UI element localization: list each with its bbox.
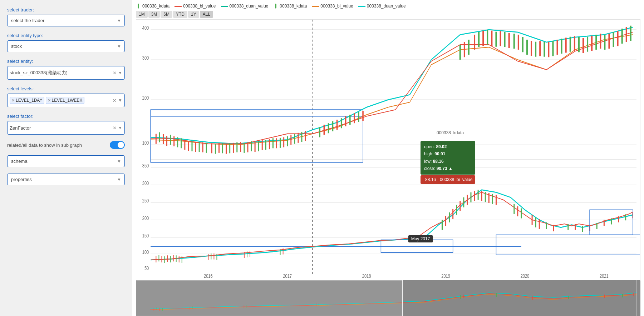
entity-type-select-wrapper: stock ▼: [7, 40, 125, 52]
entity-value: stock_sz_000338(潍柴动力): [10, 70, 68, 76]
legend-item-4: 000338_bi_value: [312, 4, 353, 9]
svg-text:100: 100: [142, 249, 149, 255]
svg-text:150: 150: [142, 232, 149, 239]
time-btn-1y[interactable]: 1Y: [188, 11, 199, 18]
legend-line-1: [174, 6, 182, 7]
svg-text:2019: 2019: [441, 273, 450, 279]
legend-item-0: 000338_kdata: [136, 4, 169, 9]
svg-rect-207: [136, 280, 403, 316]
legend-item-5: 000338_duan_value: [358, 4, 406, 9]
level-tag-1: ✕ LEVEL_1WEEK: [46, 97, 84, 104]
time-btn-6m[interactable]: 6M: [161, 11, 172, 18]
ohlc-values: open: 89.02 high: 90.91 low: 88.16 close…: [421, 141, 475, 175]
bi-value-badge: 88.16: [423, 177, 438, 182]
legend-label-1: 000338_bi_value: [183, 4, 216, 9]
time-btn-all[interactable]: ALL: [200, 11, 213, 18]
time-btn-1m[interactable]: 1M: [136, 11, 148, 18]
trader-select[interactable]: select the trader: [7, 15, 125, 26]
entity-arrow: ▼: [118, 70, 122, 75]
legend-line-4: [312, 6, 319, 7]
levels-select-box[interactable]: ✕ LEVEL_1DAY ✕ LEVEL_1WEEK ✕ ▼: [7, 94, 125, 107]
properties-select[interactable]: properties: [7, 174, 125, 185]
minimap[interactable]: [136, 280, 640, 316]
subgraph-label: related/all data to show in sub graph: [7, 142, 82, 148]
trader-select-wrapper: select the trader ▼: [7, 15, 125, 26]
legend-candle-0: [136, 4, 141, 9]
legend-line-5: [358, 6, 365, 7]
legend-label-5: 000338_duan_value: [367, 4, 406, 9]
subgraph-row: related/all data to show in sub graph: [7, 141, 125, 149]
entity-clear-icon[interactable]: ✕: [113, 70, 117, 76]
legend-item-1: 000338_bi_value: [174, 4, 216, 9]
svg-text:400: 400: [142, 25, 149, 31]
time-buttons: 1M 3M 6M YTD 1Y ALL: [136, 11, 640, 18]
levels-arrow: ▼: [118, 98, 122, 103]
svg-rect-185: [496, 235, 640, 255]
legend-candle-3: [273, 4, 278, 9]
entity-select-box[interactable]: stock_sz_000338(潍柴动力) ✕ ▼: [7, 66, 125, 80]
legend-label-3: 000338_kdata: [280, 4, 307, 9]
factor-select-box[interactable]: ZenFactor ✕ ▼: [7, 121, 125, 135]
factor-clear-icon[interactable]: ✕: [113, 125, 117, 131]
svg-text:2017: 2017: [283, 273, 292, 279]
entity-label: select entity:: [7, 59, 125, 64]
trader-section: select trader: select the trader ▼: [7, 7, 125, 26]
svg-text:350: 350: [142, 162, 149, 169]
schema-select-wrapper: schema ▼: [7, 155, 125, 167]
chart-svg-area[interactable]: 400 300 200 100 350 300 250 200 150 100 …: [136, 19, 640, 280]
chart-legend: 000338_kdata 000338_bi_value 000338_duan…: [136, 4, 640, 9]
level-tag-1-remove[interactable]: ✕: [48, 98, 51, 103]
level-tag-0: ✕ LEVEL_1DAY: [10, 97, 44, 104]
trader-label: select trader:: [7, 7, 125, 12]
low-value: low: 88.16: [424, 158, 472, 165]
entity-type-label: select entity type:: [7, 33, 125, 38]
candles-bottom: [156, 190, 633, 263]
levels-label: select levels:: [7, 86, 125, 91]
subgraph-toggle[interactable]: [110, 141, 125, 149]
open-value: open: 89.02: [424, 143, 472, 150]
svg-text:2021: 2021: [600, 273, 609, 279]
svg-text:2018: 2018: [362, 273, 371, 279]
svg-text:2016: 2016: [204, 273, 213, 279]
kdata-label: 000338_kdata: [437, 130, 464, 135]
legend-item-2: 000338_duan_value: [221, 4, 269, 9]
svg-text:2020: 2020: [521, 273, 530, 279]
schema-section: schema ▼: [7, 155, 125, 167]
schema-select[interactable]: schema: [7, 155, 125, 167]
legend-label-2: 000338_duan_value: [230, 4, 269, 9]
factor-label: select factor:: [7, 114, 125, 119]
factor-value: ZenFactor: [10, 125, 31, 131]
svg-rect-35: [151, 110, 363, 162]
chart-container: 400 300 200 100 350 300 250 200 150 100 …: [136, 19, 640, 316]
time-btn-ytd[interactable]: YTD: [173, 11, 187, 18]
legend-label-0: 000338_kdata: [142, 4, 169, 9]
entity-section: select entity: stock_sz_000338(潍柴动力) ✕ ▼: [7, 59, 125, 80]
level-tag-1-label: LEVEL_1WEEK: [52, 98, 83, 103]
properties-section: properties ▼: [7, 174, 125, 185]
svg-text:300: 300: [142, 180, 149, 186]
entity-type-select[interactable]: stock: [7, 40, 125, 52]
sidebar: select trader: select the trader ▼ selec…: [0, 0, 132, 316]
svg-text:200: 200: [142, 215, 149, 221]
close-value: close: 90.73 ▲: [424, 165, 472, 172]
ohlc-tooltip: open: 89.02 high: 90.91 low: 88.16 close…: [421, 141, 475, 184]
svg-text:300: 300: [142, 55, 149, 61]
levels-clear-icon[interactable]: ✕: [113, 98, 117, 103]
high-value: high: 90.91: [424, 150, 472, 157]
level-tag-0-remove[interactable]: ✕: [11, 98, 15, 103]
legend-line-2: [221, 6, 228, 7]
bi-tooltip-label: 000338_bi_value: [440, 177, 472, 182]
svg-text:50: 50: [144, 265, 149, 271]
legend-item-3: 000338_kdata: [273, 4, 307, 9]
date-label: May 2017: [408, 235, 433, 242]
minimap-svg: [136, 280, 640, 316]
level-tag-0-label: LEVEL_1DAY: [16, 98, 43, 103]
main-chart-area: 000338_kdata 000338_bi_value 000338_duan…: [132, 0, 644, 316]
svg-text:250: 250: [142, 197, 149, 204]
factor-section: select factor: ZenFactor ✕ ▼: [7, 114, 125, 135]
svg-text:200: 200: [142, 95, 149, 101]
svg-text:100: 100: [142, 140, 149, 146]
factor-arrow: ▼: [118, 125, 122, 130]
legend-label-4: 000338_bi_value: [320, 4, 353, 9]
time-btn-3m[interactable]: 3M: [148, 11, 160, 18]
